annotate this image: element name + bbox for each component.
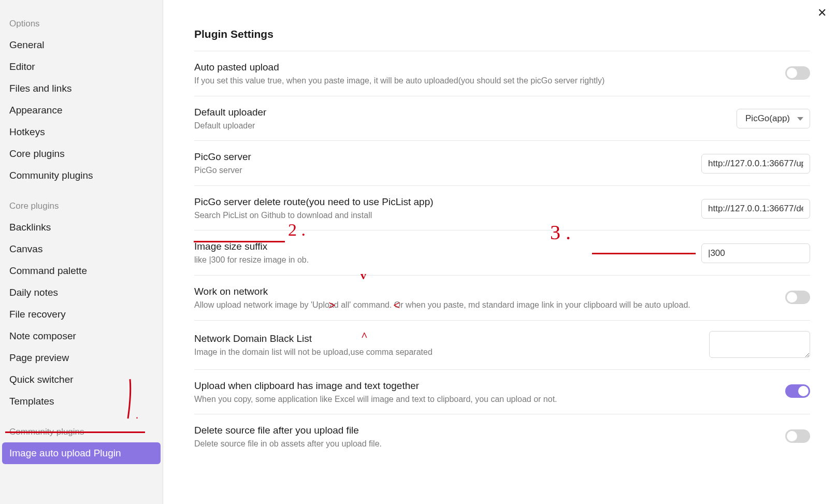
setting-image-size-suffix: Image size suffix like |300 for resize i… [194,231,810,276]
setting-name: PicGo server [194,151,686,163]
setting-auto-pasted-upload: Auto pasted upload If you set this value… [194,51,810,96]
setting-name: Work on network [194,286,770,297]
select-value: PicGo(app) [745,113,790,124]
setting-work-on-network: Work on network Allow upload network ima… [194,276,810,321]
setting-desc: Delete source file in ob assets after yo… [194,438,770,450]
sidebar-section-options: Options [0,5,163,34]
sidebar-item-image-auto-upload[interactable]: Image auto upload Plugin [2,442,161,464]
sidebar-section-community-plugins: Community plugins [0,412,163,442]
setting-desc: like |300 for resize image in ob. [194,254,686,266]
setting-clipboard-image-text: Upload when clipboard has image and text… [194,370,810,415]
sidebar-item-note-composer[interactable]: Note composer [2,325,161,347]
page-title: Plugin Settings [194,0,810,51]
sidebar-section-core-plugins: Core plugins [0,186,163,217]
work-on-network-toggle[interactable] [785,291,810,304]
sidebar-item-core-plugins[interactable]: Core plugins [2,143,161,165]
setting-name: Delete source file after you upload file [194,425,770,436]
auto-pasted-upload-toggle[interactable] [785,66,810,80]
default-uploader-select[interactable]: PicGo(app) [737,109,810,128]
setting-default-uploader: Default uploader Default uploader PicGo(… [194,96,810,141]
sidebar: Options General Editor Files and links A… [0,0,163,504]
picgo-delete-route-input[interactable] [701,199,810,219]
close-button[interactable]: ✕ [817,7,827,19]
sidebar-item-general[interactable]: General [2,34,161,56]
main-panel: ✕ Plugin Settings Auto pasted upload If … [163,0,836,504]
setting-name: Default uploader [194,107,721,118]
sidebar-item-file-recovery[interactable]: File recovery [2,304,161,325]
sidebar-item-daily-notes[interactable]: Daily notes [2,282,161,304]
close-icon: ✕ [817,6,827,19]
setting-desc: Search PicList on Github to download and… [194,210,686,221]
sidebar-item-templates[interactable]: Templates [2,391,161,412]
setting-desc: Allow upload network image by 'Upload al… [194,299,770,311]
sidebar-item-files-links[interactable]: Files and links [2,78,161,99]
delete-source-toggle[interactable] [785,429,810,443]
sidebar-item-hotkeys[interactable]: Hotkeys [2,121,161,143]
picgo-server-input[interactable] [701,154,810,174]
setting-desc: Image in the domain list will not be upl… [194,347,694,358]
sidebar-item-backlinks[interactable]: Backlinks [2,217,161,238]
sidebar-item-community-plugins[interactable]: Community plugins [2,165,161,186]
setting-picgo-server: PicGo server PicGo server [194,141,810,186]
chevron-down-icon [797,117,803,121]
setting-name: Auto pasted upload [194,62,770,73]
setting-network-blacklist: Network Domain Black List Image in the d… [194,321,810,370]
image-size-suffix-input[interactable] [701,243,810,263]
sidebar-item-command-palette[interactable]: Command palette [2,260,161,282]
setting-name: Upload when clipboard has image and text… [194,380,770,392]
setting-name: Network Domain Black List [194,333,694,344]
setting-desc: Default uploader [194,120,721,132]
setting-desc: PicGo server [194,165,686,176]
setting-desc: When you copy, some application like Exc… [194,394,770,405]
setting-name: Image size suffix [194,241,686,252]
setting-picgo-delete-route: PicGo server delete route(you need to us… [194,186,810,231]
sidebar-item-quick-switcher[interactable]: Quick switcher [2,369,161,391]
sidebar-item-canvas[interactable]: Canvas [2,238,161,260]
setting-delete-source: Delete source file after you upload file… [194,414,810,459]
clipboard-image-text-toggle[interactable] [785,384,810,398]
setting-name: PicGo server delete route(you need to us… [194,196,686,208]
setting-desc: If you set this value true, when you pas… [194,75,770,87]
sidebar-item-appearance[interactable]: Appearance [2,99,161,121]
sidebar-item-page-preview[interactable]: Page preview [2,347,161,369]
network-blacklist-input[interactable] [709,331,810,358]
sidebar-item-editor[interactable]: Editor [2,56,161,78]
